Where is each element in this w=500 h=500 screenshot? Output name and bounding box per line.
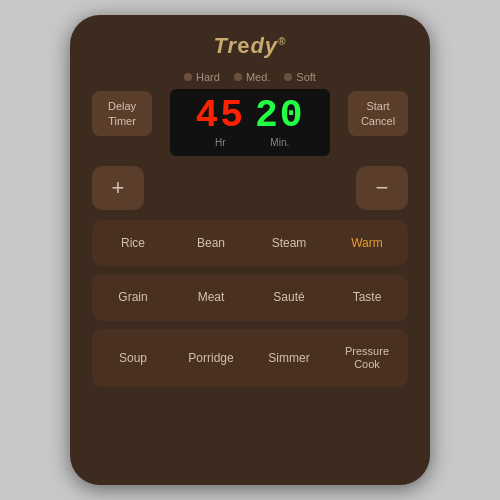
pressure-cook-button[interactable]: Pressure Cook xyxy=(330,335,404,381)
hardness-hard: Hard xyxy=(184,71,220,83)
rice-button[interactable]: Rice xyxy=(96,226,170,260)
hours-label: Hr xyxy=(215,137,226,148)
med-dot xyxy=(234,73,242,81)
saute-button[interactable]: Sauté xyxy=(252,280,326,314)
center-controls: + − xyxy=(92,166,408,210)
soup-button[interactable]: Soup xyxy=(96,335,170,381)
soft-dot xyxy=(284,73,292,81)
lcd-display: 45 Hr 20 Min. xyxy=(170,89,330,156)
soft-label: Soft xyxy=(296,71,316,83)
minus-button[interactable]: − xyxy=(356,166,408,210)
meat-button[interactable]: Meat xyxy=(174,280,248,314)
hardness-med: Med. xyxy=(234,71,270,83)
device-panel: Tredy® Delay Timer Hard Med. Soft xyxy=(70,15,430,485)
function-buttons-section: Rice Bean Steam Warm Grain Meat Sauté Ta… xyxy=(92,220,408,387)
warm-button[interactable]: Warm xyxy=(330,226,404,260)
brand-row: Tredy® xyxy=(92,33,408,59)
plus-button[interactable]: + xyxy=(92,166,144,210)
function-row-2: Grain Meat Sauté Taste xyxy=(92,274,408,320)
display-section: Hard Med. Soft 45 Hr 20 Min. xyxy=(160,71,340,156)
hours-digits: 45 xyxy=(195,97,245,135)
taste-button[interactable]: Taste xyxy=(330,280,404,314)
hours-group: 45 Hr xyxy=(195,97,245,148)
steam-button[interactable]: Steam xyxy=(252,226,326,260)
med-label: Med. xyxy=(246,71,270,83)
top-controls: Delay Timer Hard Med. Soft 45 xyxy=(92,71,408,156)
minutes-digits: 20 xyxy=(255,97,305,135)
porridge-button[interactable]: Porridge xyxy=(174,335,248,381)
minutes-label: Min. xyxy=(270,137,289,148)
grain-button[interactable]: Grain xyxy=(96,280,170,314)
minutes-group: 20 Min. xyxy=(255,97,305,148)
function-row-1: Rice Bean Steam Warm xyxy=(92,220,408,266)
registered-mark: ® xyxy=(278,36,286,47)
hardness-soft: Soft xyxy=(284,71,316,83)
hard-label: Hard xyxy=(196,71,220,83)
delay-timer-button[interactable]: Delay Timer xyxy=(92,91,152,136)
start-cancel-button[interactable]: Start Cancel xyxy=(348,91,408,136)
hard-dot xyxy=(184,73,192,81)
function-row-3: Soup Porridge Simmer Pressure Cook xyxy=(92,329,408,387)
brand-name: Tredy® xyxy=(214,33,287,59)
simmer-button[interactable]: Simmer xyxy=(252,335,326,381)
bean-button[interactable]: Bean xyxy=(174,226,248,260)
hardness-row: Hard Med. Soft xyxy=(184,71,316,83)
